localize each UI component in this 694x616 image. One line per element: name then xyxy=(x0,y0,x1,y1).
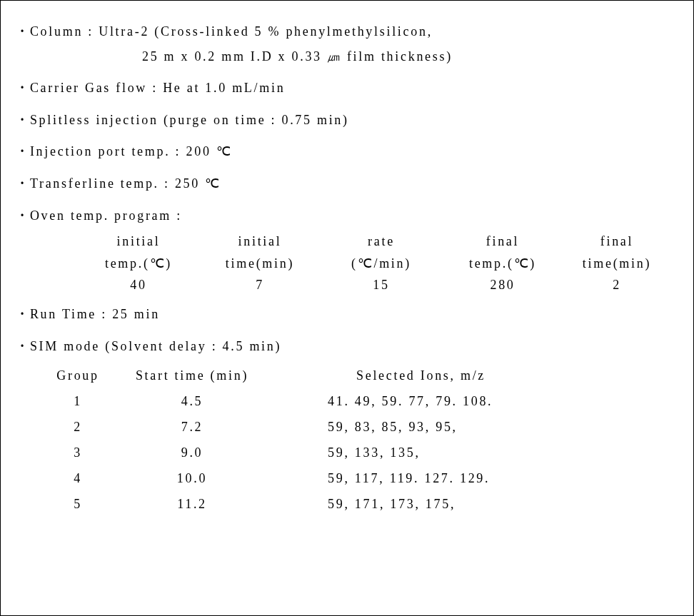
sim-row: 3 9.0 59, 133, 135, xyxy=(42,440,673,465)
sim-row: 4 10.0 59, 117, 119. 127. 129. xyxy=(42,465,673,491)
oven-v-c4: 280 xyxy=(442,274,563,296)
sim-start: 10.0 xyxy=(114,465,271,491)
carrier-line: • Carrier Gas flow : He at 1.0 mL/min xyxy=(21,77,673,99)
column-value-2: 25 m x 0.2 mm I.D x 0.33 ㎛ film thicknes… xyxy=(142,46,673,68)
oven-line: • Oven temp. program : xyxy=(21,205,673,227)
oven-v-c1: 40 xyxy=(78,274,199,296)
sim-start: 11.2 xyxy=(114,491,271,517)
oven-h2-c5: time(min) xyxy=(563,253,670,275)
oven-label: Oven temp. program : xyxy=(30,205,182,227)
sim-label: SIM mode (Solvent delay : 4.5 min) xyxy=(30,335,281,358)
oven-header-row-1: initial initial rate final final xyxy=(78,231,673,253)
oven-value-row: 40 7 15 280 2 xyxy=(78,274,673,296)
sim-ions: 59, 117, 119. 127. 129. xyxy=(328,465,673,491)
oven-table: initial initial rate final final temp.(℃… xyxy=(78,231,673,296)
transferline-line: • Transferline temp. : 250 ℃ xyxy=(21,173,673,195)
sim-group: 4 xyxy=(42,465,114,491)
oven-v-c3: 15 xyxy=(321,274,442,296)
bullet-icon: • xyxy=(21,144,26,158)
transferline-value: 250 ℃ xyxy=(175,173,221,195)
oven-h1-c2: initial xyxy=(199,231,321,253)
oven-h2-c3: (℃/min) xyxy=(321,253,442,275)
sim-ions: 41. 49, 59. 77, 79. 108. xyxy=(328,388,673,414)
bullet-icon: • xyxy=(21,176,26,191)
document-page: • Column : Ultra-2 (Cross-linked 5 % phe… xyxy=(0,0,694,616)
oven-v-c2: 7 xyxy=(199,274,321,296)
carrier-value: He at 1.0 mL/min xyxy=(163,77,285,99)
injection-port-label: Injection port temp. : xyxy=(30,141,181,163)
sim-header-group: Group xyxy=(42,363,114,388)
sim-group: 3 xyxy=(42,440,114,465)
bullet-icon: • xyxy=(21,307,26,321)
bullet-icon: • xyxy=(21,81,26,95)
sim-start: 4.5 xyxy=(114,388,271,414)
sim-row: 1 4.5 41. 49, 59. 77, 79. 108. xyxy=(42,388,673,414)
carrier-label: Carrier Gas flow : xyxy=(30,77,158,99)
oven-h1-c1: initial xyxy=(78,231,199,253)
bullet-icon: • xyxy=(21,339,26,353)
bullet-icon: • xyxy=(21,113,26,127)
splitless-line: • Splitless injection (purge on time : 0… xyxy=(21,109,673,131)
injection-port-value: 200 ℃ xyxy=(186,141,232,163)
oven-header-row-2: temp.(℃) time(min) (℃/min) temp.(℃) time… xyxy=(78,253,673,275)
sim-ions: 59, 171, 173, 175, xyxy=(328,491,673,517)
oven-h2-c1: temp.(℃) xyxy=(78,253,199,275)
sim-row: 5 11.2 59, 171, 173, 175, xyxy=(42,491,673,517)
sim-ions: 59, 83, 85, 93, 95, xyxy=(328,414,673,440)
bullet-icon: • xyxy=(21,208,26,223)
column-value: Ultra-2 (Cross-linked 5 % phenylmethylsi… xyxy=(99,21,433,43)
oven-h1-c3: rate xyxy=(321,231,442,253)
oven-h1-c4: final xyxy=(442,231,563,253)
runtime-label: Run Time : xyxy=(30,303,107,325)
bullet-icon: • xyxy=(21,24,26,39)
sim-group: 2 xyxy=(42,414,114,440)
splitless-text: Splitless injection (purge on time : 0.7… xyxy=(30,109,349,131)
sim-table: Group Start time (min) Selected Ions, m/… xyxy=(42,363,673,517)
sim-row: 2 7.2 59, 83, 85, 93, 95, xyxy=(42,414,673,440)
column-line: • Column : Ultra-2 (Cross-linked 5 % phe… xyxy=(21,21,673,43)
column-label: Column : xyxy=(30,21,94,43)
sim-start: 9.0 xyxy=(114,440,271,465)
oven-h2-c2: time(min) xyxy=(199,253,321,275)
sim-header-ions: Selected Ions, m/z xyxy=(328,363,673,388)
sim-start: 7.2 xyxy=(114,414,271,440)
transferline-label: Transferline temp. : xyxy=(30,173,170,195)
oven-v-c5: 2 xyxy=(563,274,670,296)
injection-port-line: • Injection port temp. : 200 ℃ xyxy=(21,141,673,163)
sim-header-row: Group Start time (min) Selected Ions, m/… xyxy=(42,363,673,388)
runtime-line: • Run Time : 25 min xyxy=(21,303,673,325)
runtime-value: 25 min xyxy=(112,303,160,325)
oven-h2-c4: temp.(℃) xyxy=(442,253,563,275)
sim-group: 5 xyxy=(42,491,114,517)
sim-group: 1 xyxy=(42,388,114,414)
oven-h1-c5: final xyxy=(563,231,670,253)
sim-ions: 59, 133, 135, xyxy=(328,440,673,465)
sim-line: • SIM mode (Solvent delay : 4.5 min) xyxy=(21,335,673,358)
sim-header-start: Start time (min) xyxy=(114,363,271,388)
